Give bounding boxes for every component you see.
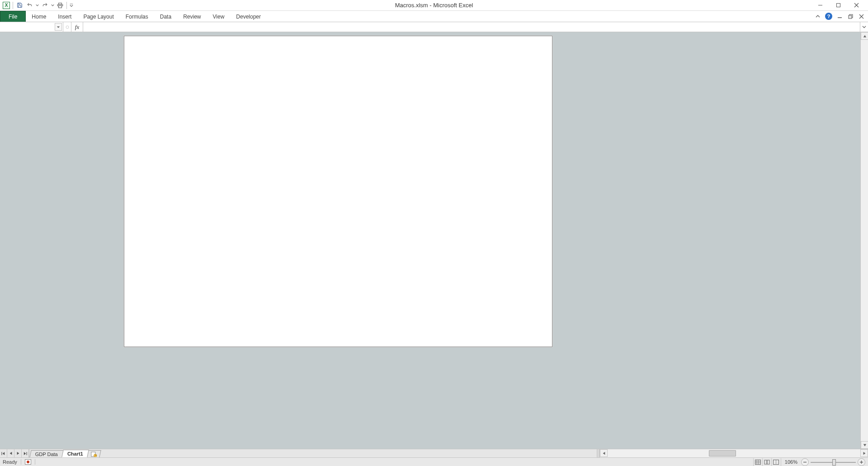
- last-sheet-button[interactable]: [22, 449, 29, 457]
- excel-icon: X: [3, 2, 10, 9]
- app-icon[interactable]: X: [2, 1, 11, 10]
- horizontal-scroll-thumb[interactable]: [709, 450, 736, 456]
- zoom-controls: [801, 458, 865, 466]
- insert-function-button[interactable]: fx: [71, 22, 83, 32]
- normal-view-button[interactable]: [754, 458, 763, 466]
- formula-bar: fx: [0, 22, 868, 32]
- plus-icon: [859, 460, 863, 464]
- formula-buttons: fx: [63, 22, 83, 32]
- cancel-formula-button: [63, 22, 71, 32]
- page-layout-view-button[interactable]: [763, 458, 772, 466]
- new-sheet-button[interactable]: [87, 450, 101, 457]
- grid-icon: [755, 460, 761, 465]
- tab-formulas[interactable]: Formulas: [120, 11, 154, 22]
- new-sheet-icon: [91, 452, 97, 457]
- tab-file[interactable]: File: [0, 11, 26, 22]
- qat-separator: [13, 2, 13, 9]
- help-icon: ?: [825, 13, 832, 20]
- triangle-down-icon: [863, 443, 867, 447]
- scroll-up-button[interactable]: [861, 32, 868, 40]
- ribbon-right-controls: ?: [814, 11, 868, 22]
- sheet-nav-buttons: [0, 449, 29, 457]
- sheet-tabs: GDP Data Chart1: [29, 449, 100, 457]
- svg-rect-17: [755, 460, 760, 464]
- window-title: Macros.xlsm - Microsoft Excel: [0, 0, 868, 10]
- vertical-scrollbar[interactable]: [860, 32, 868, 449]
- svg-rect-22: [764, 460, 767, 464]
- svg-rect-9: [849, 15, 852, 19]
- window-controls: [811, 1, 868, 10]
- quick-access-toolbar: X: [0, 1, 74, 10]
- customize-qat-button[interactable]: [69, 1, 74, 10]
- restore-icon: [848, 14, 853, 19]
- tab-view[interactable]: View: [207, 11, 231, 22]
- chevron-down-icon: [862, 25, 866, 29]
- vertical-scroll-track[interactable]: [861, 40, 868, 441]
- tab-developer[interactable]: Developer: [230, 11, 267, 22]
- scroll-right-button[interactable]: [860, 449, 868, 457]
- name-box-dropdown[interactable]: [55, 23, 62, 31]
- status-left: Ready: [0, 459, 35, 465]
- tab-review[interactable]: Review: [177, 11, 207, 22]
- close-icon: [854, 3, 859, 8]
- maximize-button[interactable]: [829, 1, 847, 10]
- scroll-down-button[interactable]: [861, 441, 868, 449]
- triangle-up-icon: [863, 34, 867, 38]
- print-preview-button[interactable]: [56, 1, 65, 10]
- tab-data[interactable]: Data: [154, 11, 177, 22]
- minimize-icon: [837, 14, 842, 19]
- close-button[interactable]: [847, 1, 865, 10]
- chevron-down-icon: [70, 3, 73, 8]
- triangle-left-icon: [602, 452, 606, 455]
- undo-dropdown[interactable]: [35, 1, 39, 10]
- zoom-out-button[interactable]: [801, 458, 809, 466]
- next-sheet-button[interactable]: [14, 449, 22, 457]
- workbook-minimize-button[interactable]: [835, 12, 844, 20]
- status-ready-label: Ready: [3, 459, 17, 465]
- title-bar: X Macros.xlsm - Microsoft Excel: [0, 0, 868, 11]
- chart-canvas[interactable]: [124, 36, 552, 347]
- tab-page-layout[interactable]: Page Layout: [77, 11, 119, 22]
- scroll-left-button[interactable]: [600, 449, 608, 457]
- chevron-down-icon: [36, 4, 39, 7]
- horizontal-scroll-track[interactable]: [608, 449, 860, 457]
- zoom-in-button[interactable]: [858, 458, 865, 466]
- sheet-tab-chart1[interactable]: Chart1: [61, 450, 89, 457]
- first-sheet-button[interactable]: [0, 449, 7, 457]
- horizontal-scrollbar[interactable]: [597, 449, 868, 457]
- prev-sheet-button[interactable]: [7, 449, 14, 457]
- minimize-button[interactable]: [811, 1, 829, 10]
- workbook-restore-button[interactable]: [846, 12, 854, 20]
- zoom-level-label[interactable]: 106%: [781, 459, 801, 465]
- minimize-icon: [818, 3, 823, 8]
- dash-icon: [65, 25, 70, 29]
- workbook-close-button[interactable]: [857, 12, 865, 20]
- sheet-tab-gdp-data[interactable]: GDP Data: [29, 450, 63, 457]
- sheet-tab-label: Chart1: [67, 451, 83, 456]
- chevron-down-icon: [51, 4, 54, 7]
- svg-rect-1: [59, 5, 62, 8]
- first-icon: [1, 452, 5, 456]
- help-button[interactable]: ?: [825, 12, 833, 20]
- tab-insert[interactable]: Insert: [52, 11, 77, 22]
- undo-button[interactable]: [25, 1, 34, 10]
- svg-rect-4: [836, 4, 840, 7]
- minimize-ribbon-button[interactable]: [814, 12, 822, 20]
- expand-formula-bar-button[interactable]: [860, 22, 868, 32]
- save-button[interactable]: [15, 1, 24, 10]
- triangle-right-icon: [863, 452, 866, 455]
- sheet-tab-label: GDP Data: [35, 452, 58, 457]
- name-box[interactable]: [0, 22, 63, 32]
- macro-recording-icon[interactable]: [25, 459, 31, 465]
- redo-dropdown[interactable]: [50, 1, 55, 10]
- formula-input[interactable]: [83, 22, 860, 32]
- svg-point-12: [66, 26, 69, 29]
- undo-icon: [27, 2, 33, 8]
- chevron-down-icon: [57, 25, 60, 29]
- tab-home[interactable]: Home: [26, 11, 52, 22]
- zoom-slider[interactable]: [811, 458, 856, 466]
- ribbon-tabs: File Home Insert Page Layout Formulas Da…: [0, 11, 868, 22]
- redo-button[interactable]: [40, 1, 49, 10]
- page-break-view-button[interactable]: [772, 458, 781, 466]
- zoom-slider-thumb[interactable]: [832, 459, 836, 466]
